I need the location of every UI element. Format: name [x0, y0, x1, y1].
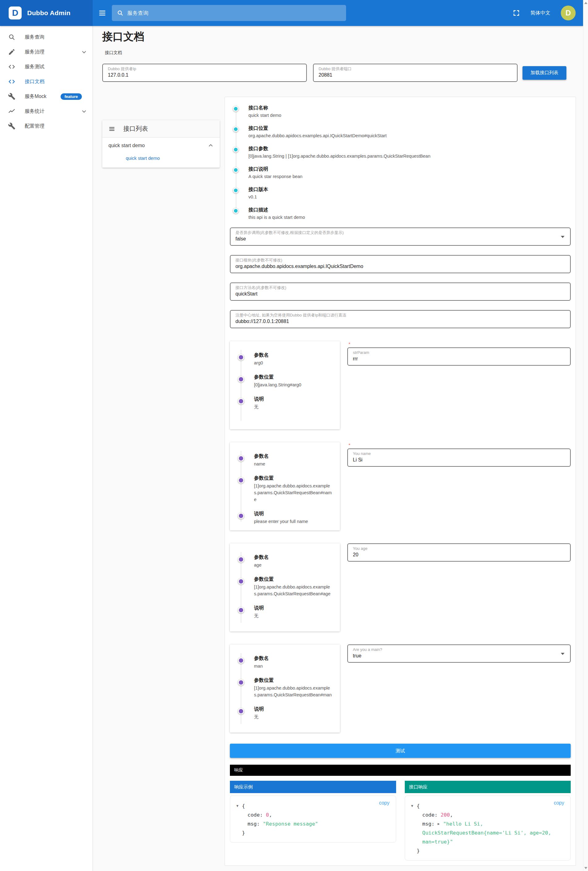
dropdown-caret-icon — [561, 236, 564, 238]
response-bar-title: 响应 — [234, 768, 243, 773]
json-line: } — [236, 828, 390, 837]
service-search-input[interactable]: 服务查询 — [112, 5, 346, 21]
field-label: 是否异步调用(此参数不可修改,根据接口定义的是否异步显示) — [235, 230, 565, 235]
param-info-value: [0]java.lang.String#arg0 — [254, 382, 334, 388]
sidebar-item-service-search[interactable]: 服务查询 — [0, 30, 93, 45]
sidebar-item-service-test[interactable]: 服务测试 — [0, 59, 93, 74]
param-field-column: * strParam rrr — [347, 341, 571, 366]
sidebar-item-service-mock[interactable]: 服务Mock feature — [0, 89, 93, 104]
copy-link[interactable]: copy — [554, 800, 564, 806]
copy-link[interactable]: copy — [379, 800, 390, 806]
json-brace: } — [242, 830, 245, 836]
api-response-json: copy ▼{ code: 200, msg: ▶"hello Li Si, Q… — [405, 796, 571, 861]
param-info-value: [1]org.apache.dubbo.apidocs.examples.par… — [254, 584, 334, 597]
you-name-input[interactable]: You name Li Si — [347, 449, 571, 467]
timeline-dot-icon — [238, 513, 244, 519]
timeline-dot-icon — [233, 208, 239, 214]
avatar-letter: D — [566, 9, 571, 17]
api-module-field[interactable]: 接口模块(此参数不可修改) org.apache.dubbo.apidocs.e… — [230, 255, 571, 273]
sidebar-item-label: 服务Mock — [25, 93, 46, 100]
registry-address-field[interactable]: 注册中心地址, 如果为空将使用Dubbo 提供者Ip和端口进行直连 dubbo:… — [230, 310, 571, 328]
field-label: strParam — [353, 350, 565, 355]
you-age-input[interactable]: You age 20 — [347, 543, 571, 561]
sidebar-item-label: 接口文档 — [25, 78, 45, 85]
sidebar-item-service-statistics[interactable]: 服务统计 — [0, 104, 93, 119]
sidebar-item-label: 服务治理 — [25, 49, 45, 55]
async-call-select[interactable]: 是否异步调用(此参数不可修改,根据接口定义的是否异步显示) false — [230, 227, 571, 246]
dropdown-caret-icon — [561, 653, 564, 655]
collapse-arrow-icon[interactable]: ▼ — [236, 801, 242, 810]
timeline-dot-icon — [233, 147, 239, 153]
json-number-value: 200 — [441, 812, 450, 818]
expand-arrow-icon[interactable]: ▶ — [437, 819, 443, 828]
timeline-dot-icon — [238, 398, 244, 404]
app-logo[interactable]: D Dubbo Admin — [0, 0, 93, 26]
sidebar-item-label: 服务统计 — [25, 108, 45, 115]
test-button[interactable]: 测试 — [230, 744, 571, 758]
api-response-panel: 接口响应 copy ▼{ code: 200, msg: ▶"hello Li … — [405, 781, 571, 861]
api-info-value: v0.1 — [248, 194, 571, 200]
param-field-column: Are you a main? true — [347, 644, 571, 663]
are-you-a-main-select[interactable]: Are you a main? true — [347, 644, 571, 663]
required-marker: * — [347, 341, 571, 347]
param-info-value: 无 — [254, 713, 334, 720]
collapse-arrow-icon[interactable]: ▼ — [411, 801, 417, 810]
api-item-link[interactable]: quick start demo — [102, 154, 220, 168]
menu-icon[interactable] — [108, 126, 115, 132]
sidebar-item-service-governance[interactable]: 服务治理 — [0, 45, 93, 59]
strparam-input[interactable]: strParam rrr — [347, 347, 571, 366]
timeline-dot-icon — [238, 657, 244, 664]
api-info-value: org.apache.dubbo.apidocs.examples.api.IQ… — [248, 133, 571, 139]
param-info-value: 无 — [254, 403, 334, 410]
breadcrumb-item: 接口文档 — [105, 50, 122, 55]
menu-toggle-button[interactable] — [98, 9, 106, 17]
sidebar-item-api-docs[interactable]: 接口文档 — [0, 74, 93, 89]
chevron-up-icon[interactable] — [207, 142, 214, 149]
param-info-label: 说明 — [254, 510, 334, 517]
api-info-item: 接口参数 [0]java.lang.String | [1]org.apache… — [248, 145, 571, 160]
page-scrollbar[interactable] — [583, 0, 588, 871]
param-info-label: 参数位置 — [254, 475, 334, 482]
field-label: Dubbo 提供者端口 — [319, 66, 512, 72]
chevron-down-icon[interactable] — [81, 48, 87, 55]
param-info-item: 参数位置 [1]org.apache.dubbo.apidocs.example… — [254, 576, 334, 597]
param-info-label: 说明 — [254, 396, 334, 403]
param-info-label: 参数名 — [254, 655, 334, 662]
api-group-row[interactable]: quick start demo — [102, 138, 220, 154]
json-string-value: "Response message" — [263, 821, 318, 827]
avatar[interactable]: D — [561, 6, 576, 20]
json-number-value: 0 — [266, 812, 269, 818]
param-info-label: 参数位置 — [254, 677, 334, 684]
field-value: false — [235, 235, 565, 242]
param-info-value: 无 — [254, 612, 334, 619]
json-comma: , — [450, 812, 453, 818]
json-line: ▼{ — [236, 801, 390, 810]
param-info-item: 说明 无 — [254, 605, 334, 619]
api-info-item: 接口位置 org.apache.dubbo.apidocs.examples.a… — [248, 125, 571, 139]
language-selector[interactable]: 简体中文 — [531, 10, 550, 16]
param-field-column: * You name Li Si — [347, 442, 571, 467]
scroll-up-arrow-icon[interactable] — [584, 2, 587, 4]
chevron-down-icon[interactable] — [81, 108, 87, 115]
content-row: 接口列表 quick start demo quick start demo 接… — [102, 97, 576, 866]
json-line: ▼{ — [411, 801, 564, 810]
field-label: 接口模块(此参数不可修改) — [235, 258, 565, 263]
provider-ip-field[interactable]: Dubbo 提供者Ip 127.0.0.1 — [102, 64, 307, 82]
field-label: Dubbo 提供者Ip — [108, 66, 301, 72]
scroll-down-arrow-icon[interactable] — [584, 867, 587, 869]
fullscreen-button[interactable] — [513, 9, 520, 17]
param-info-card: 参数名 name 参数位置 [1]org.apache.dubbo.apidoc… — [230, 442, 340, 530]
timeline-dot-icon — [233, 188, 239, 193]
feature-badge: feature — [61, 93, 82, 100]
api-method-field[interactable]: 接口方法名(此参数不可修改) quickStart — [230, 283, 571, 301]
field-value: true — [353, 653, 565, 659]
sidebar-item-config-management[interactable]: 配置管理 — [0, 119, 93, 133]
field-label: 接口方法名(此参数不可修改) — [235, 285, 565, 290]
load-api-list-button[interactable]: 加载接口列表 — [522, 66, 566, 80]
param-info-label: 说明 — [254, 706, 334, 712]
param-info-item: 参数位置 [0]java.lang.String#arg0 — [254, 374, 334, 388]
trending-up-icon — [8, 108, 15, 115]
param-info-item: 参数位置 [1]org.apache.dubbo.apidocs.example… — [254, 475, 334, 503]
wrench-icon — [8, 93, 15, 100]
provider-port-field[interactable]: Dubbo 提供者端口 20881 — [313, 64, 518, 82]
